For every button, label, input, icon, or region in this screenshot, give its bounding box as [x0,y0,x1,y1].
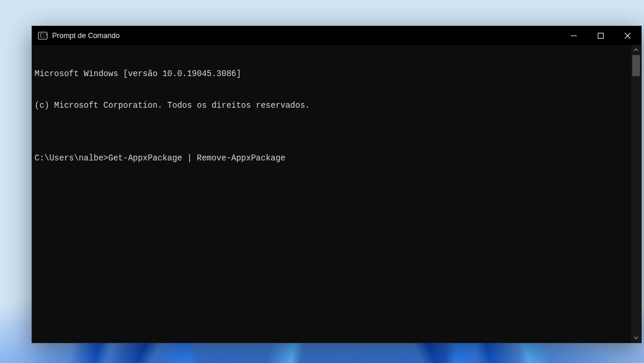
cmd-icon: C:\ [38,31,47,40]
maximize-icon [598,33,604,39]
output-line: Microsoft Windows [versão 10.0.19045.308… [35,69,628,79]
svg-text:C:\: C:\ [40,33,47,39]
close-button[interactable] [614,26,641,45]
minimize-button[interactable] [560,26,587,45]
command-prompt-window: C:\ Prompt de Comando Microsoft Windows … [32,26,642,343]
svg-rect-3 [598,33,604,39]
terminal-output[interactable]: Microsoft Windows [versão 10.0.19045.308… [32,45,631,343]
vertical-scrollbar[interactable] [631,45,641,343]
chevron-up-icon [633,47,639,53]
command-input[interactable]: Get-AppxPackage | Remove-AppxPackage [108,153,285,163]
terminal-body: Microsoft Windows [versão 10.0.19045.308… [32,45,641,343]
svg-rect-2 [571,36,577,36]
scroll-track[interactable] [631,55,641,333]
scroll-down-button[interactable] [631,333,641,343]
close-icon [625,33,631,39]
scroll-thumb[interactable] [632,55,640,76]
window-title: Prompt de Comando [52,32,119,40]
prompt-path: C:\Users\nalbe> [35,153,108,163]
scroll-up-button[interactable] [631,45,641,55]
maximize-button[interactable] [587,26,614,45]
minimize-icon [571,33,577,39]
chevron-down-icon [633,335,639,340]
output-line: (c) Microsoft Corporation. Todos os dire… [35,100,628,111]
prompt-line: C:\Users\nalbe>Get-AppxPackage | Remove-… [35,153,628,163]
titlebar[interactable]: C:\ Prompt de Comando [32,26,641,45]
